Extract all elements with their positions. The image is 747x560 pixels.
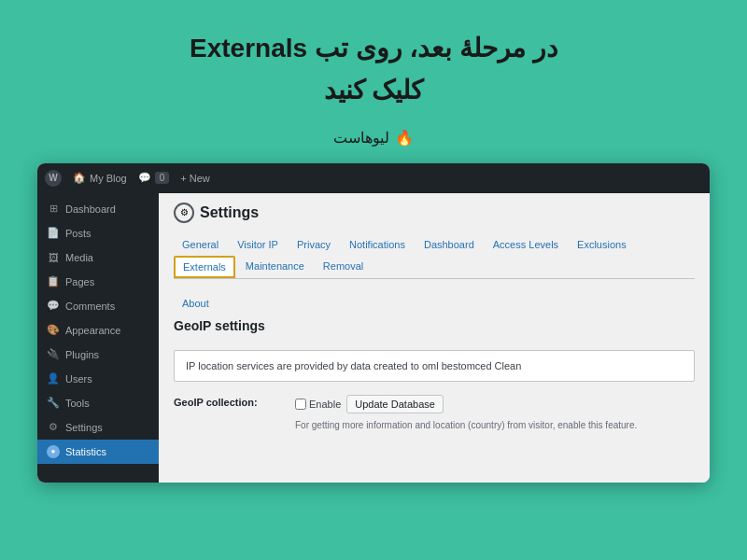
site-name: My Blog	[90, 173, 127, 184]
tab-access-levels[interactable]: Access Levels	[485, 234, 567, 254]
heading-line2: کلیک کنید	[0, 70, 747, 112]
sidebar-item-comments[interactable]: 💬 Comments	[37, 294, 159, 318]
statistics-icon: ●	[47, 445, 60, 458]
sidebar-label-users: Users	[65, 373, 92, 385]
sidebar-label-statistics: Statistics	[65, 446, 106, 457]
appearance-icon: 🎨	[47, 324, 60, 337]
tab-notifications[interactable]: Notifications	[341, 234, 414, 254]
brand-text: لیوهاست	[333, 129, 389, 147]
tab-general[interactable]: General	[174, 234, 227, 254]
tab-about[interactable]: About	[174, 293, 218, 313]
tab-removal[interactable]: Removal	[315, 256, 372, 278]
sidebar-label-settings: Settings	[65, 422, 103, 433]
tab-exclusions[interactable]: Exclusions	[569, 234, 635, 254]
tab-externals[interactable]: Externals	[174, 256, 235, 278]
house-icon: 🏠	[73, 172, 86, 184]
geoip-description: For getting more information and locatio…	[295, 420, 637, 430]
sidebar-label-pages: Pages	[65, 276, 94, 287]
wp-sidebar: ⊞ Dashboard 📄 Posts 🖼 Media 📋 Pages 💬 Co…	[37, 193, 159, 483]
sidebar-item-appearance[interactable]: 🎨 Appearance	[37, 318, 159, 343]
geoip-section-title: GeoIP settings	[174, 318, 695, 339]
wp-main-area: ⊞ Dashboard 📄 Posts 🖼 Media 📋 Pages 💬 Co…	[37, 193, 710, 483]
enable-text: Enable	[309, 399, 341, 410]
geoip-collection-row: GeoIP collection: Enable Update Database…	[174, 389, 695, 436]
brand-section: 🔥 لیوهاست	[0, 129, 747, 147]
instruction-block: در مرحلۀ بعد، روی تب Externals کلیک کنید	[0, 0, 747, 121]
enable-checkbox-label[interactable]: Enable	[295, 399, 341, 410]
settings-icon: ⚙	[47, 421, 60, 434]
new-label: + New	[180, 173, 210, 184]
admin-bar: W 🏠 My Blog 💬 0 + New	[37, 163, 710, 193]
settings-content-area: ⚙ Settings General Visitor IP Privacy No…	[159, 193, 710, 483]
geoip-controls: Enable Update Database	[295, 395, 637, 413]
sidebar-item-statistics[interactable]: ● Statistics	[37, 440, 159, 464]
tab-dashboard[interactable]: Dashboard	[416, 234, 483, 254]
comment-count: 0	[155, 172, 170, 184]
comments-nav-icon: 💬	[47, 300, 60, 313]
enable-checkbox[interactable]	[295, 399, 306, 410]
geoip-label: GeoIP collection:	[174, 395, 295, 408]
sidebar-label-plugins: Plugins	[65, 349, 99, 360]
content-inner: ⚙ Settings General Visitor IP Privacy No…	[159, 193, 710, 445]
tab-privacy[interactable]: Privacy	[289, 234, 339, 254]
site-name-link[interactable]: 🏠 My Blog	[73, 172, 127, 184]
sidebar-item-posts[interactable]: 📄 Posts	[37, 221, 159, 245]
media-icon: 🖼	[47, 251, 60, 264]
comments-link[interactable]: 💬 0	[138, 172, 170, 184]
wp-window: W 🏠 My Blog 💬 0 + New ⊞ Dashboard 📄 Post…	[37, 163, 710, 483]
comment-icon: 💬	[138, 172, 151, 184]
wp-logo-icon: W	[45, 170, 62, 187]
sidebar-item-settings[interactable]: ⚙ Settings	[37, 415, 159, 440]
plugins-icon: 🔌	[47, 348, 60, 361]
posts-icon: 📄	[47, 227, 60, 240]
sidebar-item-media[interactable]: 🖼 Media	[37, 245, 159, 270]
sidebar-label-dashboard: Dashboard	[65, 203, 116, 215]
sidebar-label-posts: Posts	[65, 228, 92, 239]
sidebar-item-users[interactable]: 👤 Users	[37, 367, 159, 391]
geoip-section: GeoIP settings IP location services are …	[174, 318, 695, 436]
settings-logo-icon: ⚙	[174, 203, 194, 223]
sidebar-item-pages[interactable]: 📋 Pages	[37, 270, 159, 294]
settings-tabs-nav: General Visitor IP Privacy Notifications…	[174, 234, 695, 279]
new-content-link[interactable]: + New	[180, 173, 210, 184]
dashboard-icon: ⊞	[47, 203, 60, 216]
sidebar-item-plugins[interactable]: 🔌 Plugins	[37, 343, 159, 367]
heading-line1: در مرحلۀ بعد، روی تب Externals	[0, 28, 747, 70]
tools-icon: 🔧	[47, 397, 60, 410]
geoip-field: Enable Update Database For getting more …	[295, 395, 637, 430]
tab-visitor-ip[interactable]: Visitor IP	[229, 234, 287, 254]
settings-title-block: ⚙ Settings	[174, 203, 695, 223]
settings-heading: Settings	[200, 204, 259, 221]
tab-maintenance[interactable]: Maintenance	[237, 256, 313, 278]
sidebar-label-comments: Comments	[65, 301, 115, 312]
sidebar-label-media: Media	[65, 252, 93, 263]
brand-icon: 🔥	[395, 129, 414, 147]
users-icon: 👤	[47, 372, 60, 385]
sidebar-label-appearance: Appearance	[65, 325, 120, 336]
update-database-button[interactable]: Update Database	[346, 395, 444, 413]
sidebar-item-tools[interactable]: 🔧 Tools	[37, 391, 159, 415]
ip-services-text: IP location services are provided by dat…	[186, 360, 521, 371]
sidebar-label-tools: Tools	[65, 398, 90, 409]
ip-services-row: IP location services are provided by dat…	[174, 350, 695, 382]
sidebar-item-dashboard[interactable]: ⊞ Dashboard	[37, 197, 159, 221]
pages-icon: 📋	[47, 275, 60, 288]
